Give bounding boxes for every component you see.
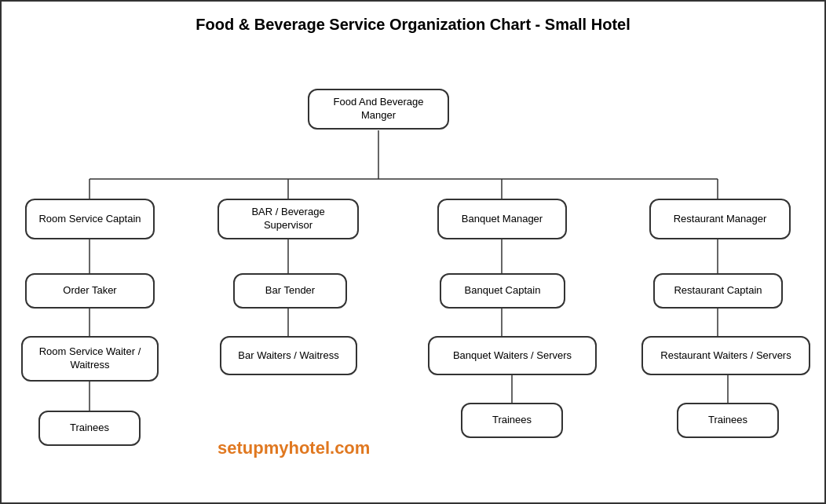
node-banquet-waiters: Banquet Waiters / Servers (428, 336, 597, 375)
node-banquet-manager: Banquet Manager (437, 199, 567, 239)
node-restaurant-waiters: Restaurant Waiters / Servers (641, 336, 810, 375)
node-trainees-3: Trainees (677, 403, 779, 438)
node-banquet-captain: Banquet Captain (440, 273, 565, 309)
node-room-service-waiter: Room Service Waiter / Waitress (21, 336, 159, 382)
node-fb-manager: Food And Beverage Manger (308, 89, 449, 130)
watermark: setupmyhotel.com (217, 438, 370, 458)
node-restaurant-captain: Restaurant Captain (653, 273, 783, 309)
node-restaurant-manager: Restaurant Manager (649, 199, 791, 239)
node-room-service-captain: Room Service Captain (25, 199, 155, 239)
node-bar-supervisor: BAR / Beverage Supervisor (217, 199, 359, 239)
node-bar-tender: Bar Tender (233, 273, 347, 309)
chart-area: Food And Beverage Manger Room Service Ca… (2, 42, 824, 499)
node-bar-waiters: Bar Waiters / Waitress (220, 336, 357, 375)
node-trainees-2: Trainees (461, 403, 563, 438)
page: Food & Beverage Service Organization Cha… (0, 0, 826, 504)
page-title: Food & Beverage Service Organization Cha… (2, 2, 824, 42)
node-trainees-1: Trainees (38, 411, 141, 446)
node-order-taker: Order Taker (25, 273, 155, 309)
